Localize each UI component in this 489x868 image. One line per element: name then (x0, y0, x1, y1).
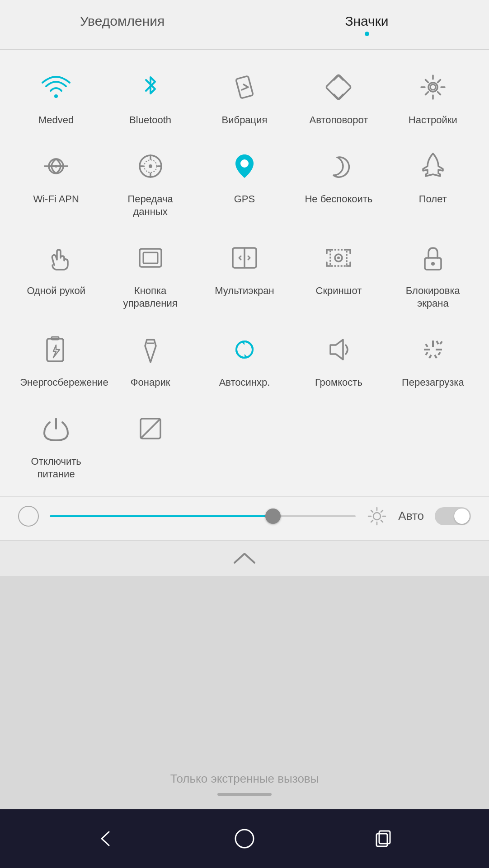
icon-airplane-label: Полет (419, 193, 447, 206)
one-hand-icon (36, 238, 76, 278)
svg-rect-45 (379, 831, 390, 844)
empty-box-icon (130, 408, 171, 449)
vibration-icon (224, 67, 265, 107)
icon-screenshot[interactable]: Скриншот (292, 229, 386, 321)
icon-dnd[interactable]: Не беспокоить (292, 138, 386, 229)
data-transfer-icon (130, 146, 171, 187)
recent-button[interactable] (367, 823, 399, 854)
icon-volume-label: Громкость (315, 376, 362, 389)
svg-point-15 (337, 257, 340, 259)
main-content: Medved Bluetooth Вибрация (0, 50, 489, 540)
svg-point-43 (235, 830, 254, 848)
brightness-slider[interactable] (50, 515, 356, 517)
home-indicator-bar (217, 793, 272, 796)
nav-bar (0, 809, 489, 868)
icon-autorotate-label: Автоповорот (309, 114, 368, 127)
wifi-icon (36, 67, 76, 107)
svg-line-28 (426, 352, 428, 355)
brightness-min-icon (18, 506, 39, 527)
home-button[interactable] (229, 823, 260, 854)
auto-brightness-toggle[interactable] (435, 507, 471, 525)
svg-line-40 (381, 520, 383, 522)
tab-notifications-label: Уведомления (80, 14, 165, 29)
icon-flashlight[interactable]: Фонарик (103, 321, 197, 400)
flashlight-icon (130, 329, 171, 370)
svg-line-23 (437, 341, 438, 344)
svg-line-31 (435, 355, 437, 358)
icon-dnd-label: Не беспокоить (305, 193, 372, 206)
dnd-icon (318, 146, 359, 187)
svg-line-33 (141, 419, 160, 439)
back-button[interactable] (90, 823, 122, 854)
power-save-icon (36, 329, 76, 370)
icon-reboot-label: Перезагрузка (402, 376, 464, 389)
tab-icons[interactable]: Значки (244, 0, 489, 49)
svg-point-17 (431, 262, 435, 266)
svg-rect-11 (143, 252, 158, 263)
icon-wifi-apn[interactable]: Wi-Fi APN (9, 138, 103, 229)
icon-control-btn[interactable]: Кнопка управления (103, 229, 197, 321)
icon-reboot[interactable]: Перезагрузка (386, 321, 480, 400)
slider-fill (50, 515, 273, 517)
svg-rect-0 (236, 76, 253, 98)
icon-flashlight-label: Фонарик (131, 376, 170, 389)
icon-medved[interactable]: Medved (9, 59, 103, 138)
tab-header: Уведомления Значки (0, 0, 489, 50)
icon-empty[interactable] (103, 400, 197, 492)
svg-line-24 (440, 341, 442, 344)
icon-settings-label: Настройки (409, 114, 457, 127)
icon-gps[interactable]: GPS (197, 138, 292, 229)
icon-autosync[interactable]: Автосинхр. (197, 321, 292, 400)
icon-multiscreen-label: Мультиэкран (215, 285, 274, 298)
svg-rect-18 (47, 339, 63, 361)
svg-point-3 (430, 84, 436, 90)
power-off-icon (36, 408, 76, 449)
icon-power-save[interactable]: Энергосбережение (9, 321, 103, 400)
icon-wifi-apn-label: Wi-Fi APN (33, 193, 79, 206)
icon-airplane[interactable]: Полет (386, 138, 480, 229)
tab-icons-dot (365, 32, 369, 36)
brightness-max-icon (367, 506, 387, 527)
icon-screen-lock-label: Блокировка экрана (397, 285, 469, 310)
collapse-bar[interactable] (0, 540, 489, 576)
icon-bluetooth[interactable]: Bluetooth (103, 59, 197, 138)
svg-line-39 (371, 510, 373, 512)
icon-volume[interactable]: Громкость (292, 321, 386, 400)
svg-line-27 (426, 344, 428, 347)
emergency-text: Только экстренные вызовы (170, 772, 319, 786)
svg-line-42 (371, 520, 373, 522)
wifi-apn-icon (36, 146, 76, 187)
icons-grid: Medved Bluetooth Вибрация (0, 54, 489, 496)
reboot-icon (413, 329, 453, 370)
icon-one-hand-label: Одной рукой (27, 285, 85, 298)
volume-icon (318, 329, 359, 370)
icon-power-off[interactable]: Отключить питание (9, 400, 103, 492)
icon-gps-label: GPS (234, 193, 255, 206)
icon-vibration-label: Вибрация (222, 114, 268, 127)
svg-point-9 (240, 159, 249, 168)
icon-screenshot-label: Скриншот (316, 285, 362, 298)
chevron-up-icon (231, 549, 258, 567)
tab-notifications[interactable]: Уведомления (0, 0, 244, 49)
screen-lock-icon (413, 238, 453, 278)
icon-screen-lock[interactable]: Блокировка экрана (386, 229, 480, 321)
icon-vibration[interactable]: Вибрация (197, 59, 292, 138)
icon-settings[interactable]: Настройки (386, 59, 480, 138)
auto-label: Авто (398, 509, 424, 523)
brightness-bar: Авто (0, 496, 489, 536)
slider-thumb[interactable] (265, 509, 281, 524)
icon-power-save-label: Энергосбережение (20, 376, 92, 389)
gps-icon (224, 146, 265, 187)
airplane-icon (413, 146, 453, 187)
svg-line-29 (438, 352, 440, 355)
icon-one-hand[interactable]: Одной рукой (9, 229, 103, 321)
icon-multiscreen[interactable]: Мультиэкран (197, 229, 292, 321)
icon-data-transfer[interactable]: Передача данных (103, 138, 197, 229)
icon-power-off-label: Отключить питание (20, 455, 92, 481)
icon-data-transfer-label: Передача данных (114, 193, 187, 219)
icon-autorotate[interactable]: Автоповорот (292, 59, 386, 138)
autorotate-icon (318, 67, 359, 107)
svg-point-34 (373, 513, 381, 520)
autosync-icon (224, 329, 265, 370)
icon-control-btn-label: Кнопка управления (114, 285, 187, 310)
